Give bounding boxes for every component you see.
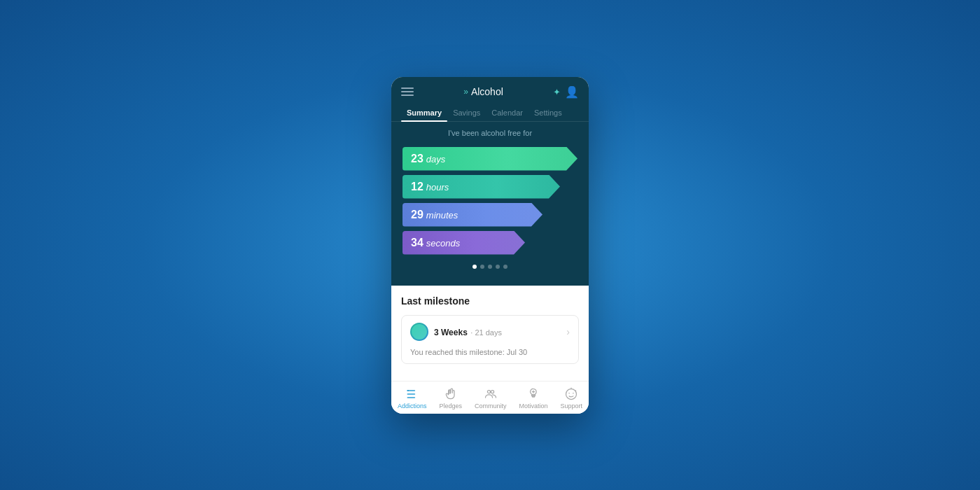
days-text: 23 days <box>411 153 445 165</box>
top-section: » Alcohol ✦ 👤 Summary Savings Calendar S… <box>391 77 589 286</box>
days-number: 23 <box>411 153 424 165</box>
seconds-text: 34 seconds <box>411 237 460 249</box>
header-title: » Alcohol <box>463 86 503 97</box>
nav-item-support[interactable]: Support <box>556 386 587 411</box>
subtitle-text: I've been alcohol free for <box>391 129 589 137</box>
tab-settings[interactable]: Settings <box>528 104 568 121</box>
app-title: Alcohol <box>471 86 503 97</box>
user-icon[interactable]: 👤 <box>565 85 579 99</box>
svg-point-12 <box>573 392 574 393</box>
minutes-unit: minutes <box>426 210 458 220</box>
days-bar: 23 days <box>402 147 578 171</box>
seconds-number: 34 <box>411 237 424 249</box>
seconds-unit: seconds <box>426 238 460 248</box>
svg-rect-7 <box>532 396 534 397</box>
svg-rect-3 <box>407 390 409 391</box>
chevron-icon: » <box>463 87 468 97</box>
list-icon <box>405 387 419 401</box>
milestone-date: You reached this milestone: Jul 30 <box>402 348 578 363</box>
nav-item-addictions[interactable]: Addictions <box>393 386 431 411</box>
nav-label-addictions: Addictions <box>398 402 427 410</box>
days-unit: days <box>426 154 445 164</box>
header: » Alcohol ✦ 👤 <box>391 77 589 104</box>
nav-item-community[interactable]: Community <box>470 386 511 411</box>
svg-rect-2 <box>407 397 415 398</box>
days-bar-wrapper: 23 days <box>402 147 578 171</box>
sparkle-icon[interactable]: ✦ <box>553 87 561 97</box>
tab-savings[interactable]: Savings <box>447 104 486 121</box>
milestone-title: Last milestone <box>401 295 579 307</box>
nav-label-community: Community <box>475 402 507 410</box>
bottom-section: Last milestone 3 Weeks · 21 days › You r… <box>391 286 589 381</box>
dot-4[interactable] <box>496 265 500 269</box>
hours-bar: 12 hours <box>402 175 560 199</box>
hours-number: 12 <box>411 181 424 193</box>
pagination-dots <box>391 255 589 274</box>
nav-label-pledges: Pledges <box>439 402 462 410</box>
dot-5[interactable] <box>503 265 507 269</box>
minutes-bar: 29 minutes <box>402 203 542 227</box>
nav-label-motivation: Motivation <box>519 402 547 410</box>
milestone-chevron-icon: › <box>566 326 570 337</box>
bottom-nav: Addictions Pledges Community <box>391 381 589 414</box>
minutes-number: 29 <box>411 209 424 221</box>
hours-bar-wrapper: 12 hours <box>402 175 578 199</box>
svg-point-11 <box>568 392 570 393</box>
header-icons: ✦ 👤 <box>553 85 579 99</box>
svg-line-14 <box>575 390 576 391</box>
svg-point-4 <box>487 390 490 393</box>
milestone-name: 3 Weeks <box>434 328 468 337</box>
seconds-bar-wrapper: 34 seconds <box>402 231 578 255</box>
nav-item-motivation[interactable]: Motivation <box>514 386 552 411</box>
phone-frame: » Alcohol ✦ 👤 Summary Savings Calendar S… <box>391 77 589 414</box>
motivation-icon <box>526 387 540 401</box>
dot-1[interactable] <box>472 265 477 269</box>
support-icon <box>564 387 578 401</box>
dot-3[interactable] <box>488 265 492 269</box>
milestone-card[interactable]: 3 Weeks · 21 days › You reached this mil… <box>401 315 579 364</box>
hand-icon <box>444 387 458 401</box>
community-icon <box>484 387 498 401</box>
milestone-avatar-inner <box>412 324 427 340</box>
dot-2[interactable] <box>480 265 484 269</box>
tab-calendar[interactable]: Calendar <box>486 104 528 121</box>
milestone-row: 3 Weeks · 21 days › <box>402 316 578 348</box>
svg-point-5 <box>491 390 493 393</box>
tab-bar: Summary Savings Calendar Settings <box>391 104 589 122</box>
svg-rect-1 <box>407 393 415 395</box>
minutes-text: 29 minutes <box>411 209 458 221</box>
nav-item-pledges[interactable]: Pledges <box>435 386 466 411</box>
svg-point-10 <box>566 388 577 399</box>
minutes-bar-wrapper: 29 minutes <box>402 203 578 227</box>
timer-bars: 23 days 12 hours 29 minutes <box>391 147 589 255</box>
nav-label-support: Support <box>560 402 582 410</box>
hours-unit: hours <box>426 182 449 192</box>
seconds-bar: 34 seconds <box>402 231 525 255</box>
milestone-avatar <box>410 323 428 341</box>
tab-summary[interactable]: Summary <box>401 104 447 121</box>
milestone-info: 3 Weeks · 21 days <box>434 326 502 338</box>
milestone-days: 21 days <box>475 328 502 337</box>
hours-text: 12 hours <box>411 181 449 193</box>
menu-button[interactable] <box>401 88 414 96</box>
milestone-left: 3 Weeks · 21 days <box>410 323 502 341</box>
